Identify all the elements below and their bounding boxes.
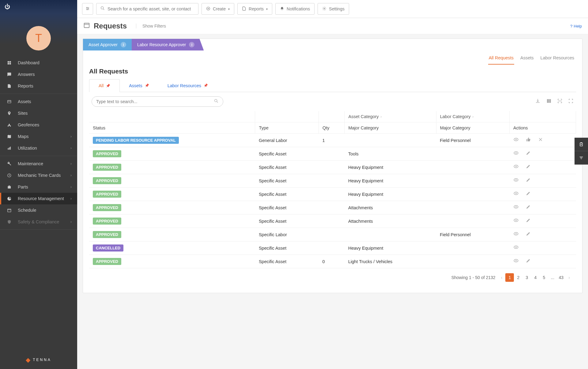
cell-labor-cat — [436, 188, 509, 201]
col-major-asset[interactable]: Major Category — [345, 122, 436, 134]
view-icon[interactable] — [513, 204, 519, 211]
avatar[interactable]: T — [26, 26, 51, 50]
col-type[interactable]: Type — [255, 122, 319, 134]
brand-name: TENNA — [33, 358, 51, 362]
svg-point-51 — [515, 233, 517, 234]
col-asset-category[interactable]: Asset Category — [348, 114, 379, 119]
edit-icon[interactable] — [526, 150, 531, 157]
edit-icon[interactable] — [526, 177, 531, 184]
tab-labor-approver[interactable]: Labor Resource Approver i — [132, 39, 204, 50]
table-search[interactable] — [92, 96, 223, 107]
sidebar-item-parts[interactable]: Parts › — [0, 181, 77, 193]
sidebar-item-safety[interactable]: Safety & Compliance › — [0, 216, 77, 228]
edit-icon[interactable] — [526, 164, 531, 171]
power-icon[interactable]: ⏻ — [5, 4, 10, 10]
requests-table: Asset Category› Labor Category› Status T… — [89, 111, 576, 268]
view-icon[interactable] — [513, 258, 519, 265]
thumb-icon[interactable] — [526, 137, 531, 144]
floating-panel — [575, 138, 588, 165]
view-icon[interactable] — [513, 231, 519, 238]
sidebar-item-reports[interactable]: Reports — [0, 80, 77, 92]
col-qty[interactable]: Qty — [318, 122, 345, 134]
view-tab-labor[interactable]: Labor Resources 📌 — [158, 79, 217, 92]
edit-icon[interactable] — [526, 258, 531, 265]
chevron-down-icon: ▾ — [266, 7, 268, 11]
view-icon[interactable] — [513, 150, 519, 157]
col-status[interactable]: Status — [89, 122, 255, 134]
edit-icon[interactable] — [526, 218, 531, 225]
sidebar-item-schedule[interactable]: Schedule — [0, 204, 77, 216]
edit-icon[interactable] — [526, 191, 531, 198]
page-prev[interactable]: ‹ — [501, 275, 503, 280]
edit-icon[interactable] — [526, 204, 531, 211]
cell-labor-cat — [436, 214, 509, 228]
sidebar-item-mechanic-time[interactable]: Mechanic Time Cards › — [0, 170, 77, 181]
page-number[interactable]: 1 — [505, 273, 514, 282]
svg-rect-3 — [9, 63, 11, 65]
page-number: ... — [548, 273, 557, 282]
scope-tab-all[interactable]: All Requests — [488, 54, 514, 65]
sidebar-item-assets[interactable]: Assets — [0, 96, 77, 107]
table-search-input[interactable] — [96, 99, 214, 104]
reports-label: Reports — [249, 6, 264, 11]
sidebar-item-maps[interactable]: Maps › — [0, 131, 77, 142]
cell-labor-cat — [436, 147, 509, 161]
settings-button[interactable]: Settings — [318, 3, 349, 15]
cell-labor-cat: Field Personnel — [436, 228, 509, 241]
page-number[interactable]: 2 — [514, 273, 522, 282]
svg-point-39 — [515, 152, 517, 154]
edit-icon[interactable] — [526, 231, 531, 238]
scan-icon[interactable] — [557, 98, 563, 105]
global-search-input[interactable] — [107, 6, 194, 11]
show-filters-link[interactable]: Show Filters — [136, 24, 166, 28]
page-number[interactable]: 5 — [540, 273, 548, 282]
cell-qty — [318, 174, 345, 188]
close-icon[interactable] — [538, 137, 543, 144]
cell-asset-cat: Heavy Equipment — [345, 161, 436, 174]
scope-tab-assets[interactable]: Assets — [520, 54, 534, 65]
answers-icon — [6, 72, 13, 77]
status-badge: CANCELLED — [93, 244, 123, 252]
sidebar-item-maintenance[interactable]: Maintenance › — [0, 158, 77, 170]
notifications-button[interactable]: Notifications — [275, 3, 315, 15]
fullscreen-icon[interactable] — [568, 98, 574, 105]
page-number[interactable]: 4 — [531, 273, 540, 282]
reports-button[interactable]: Reports ▾ — [237, 3, 272, 15]
download-icon[interactable] — [535, 98, 541, 105]
sidebar-item-sites[interactable]: Sites — [0, 107, 77, 119]
sidebar-item-geofences[interactable]: Geofences — [0, 119, 77, 131]
sidebar-item-resource-management[interactable]: Resource Management › — [0, 193, 77, 204]
svg-rect-31 — [548, 99, 550, 103]
clipboard-button[interactable] — [575, 138, 588, 151]
page-number[interactable]: 3 — [522, 273, 531, 282]
tab-asset-approver[interactable]: Asset Approver i — [83, 39, 132, 50]
sidebar-item-dashboard[interactable]: Dashboard — [0, 57, 77, 69]
cell-qty — [318, 201, 345, 214]
sidebar-item-label: Resource Management — [18, 196, 64, 201]
view-icon[interactable] — [513, 218, 519, 225]
chevron-right-icon: › — [473, 115, 474, 118]
sidebar-item-answers[interactable]: Answers — [0, 69, 77, 80]
global-search[interactable] — [96, 3, 198, 15]
view-icon[interactable] — [513, 137, 519, 144]
filter-button[interactable] — [575, 151, 588, 165]
view-tab-all[interactable]: All 📌 — [89, 79, 120, 92]
create-button[interactable]: Create ▾ — [202, 3, 234, 15]
scope-tab-labor[interactable]: Labor Resources — [540, 54, 575, 65]
view-icon[interactable] — [513, 191, 519, 198]
tab-label: Labor Resources — [168, 83, 201, 88]
sidebar-item-utilization[interactable]: Utilization › — [0, 142, 77, 154]
page-next[interactable]: › — [568, 275, 570, 280]
sidebar-item-label: Parts — [18, 184, 28, 189]
filter-toggle-button[interactable] — [82, 3, 93, 15]
columns-icon[interactable] — [546, 98, 552, 105]
view-icon[interactable] — [513, 177, 519, 184]
view-icon[interactable] — [513, 164, 519, 171]
help-link[interactable]: ? Help — [570, 24, 582, 28]
view-tab-assets[interactable]: Assets 📌 — [120, 79, 158, 92]
col-major-labor[interactable]: Major Category — [436, 122, 509, 134]
col-actions: Actions — [510, 122, 576, 134]
col-labor-category[interactable]: Labor Category — [440, 114, 471, 119]
view-icon[interactable] — [513, 244, 519, 252]
page-number[interactable]: 43 — [557, 273, 565, 282]
